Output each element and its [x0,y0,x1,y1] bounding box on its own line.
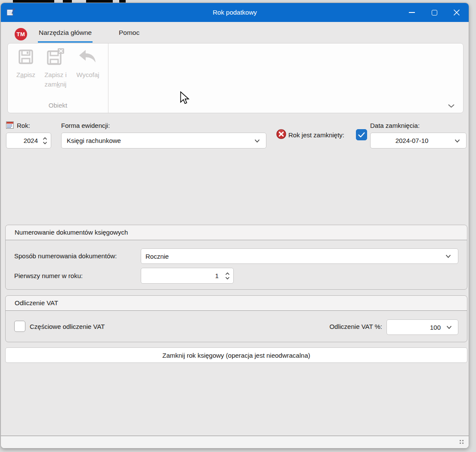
vat-section-title: Odliczenie VAT [6,296,467,311]
app-menu-badge[interactable]: TM [15,28,27,40]
titlebar: Rok podatkowy [1,3,469,22]
chevron-down-icon [448,103,455,108]
save-icon [17,47,34,67]
maximize-icon [432,10,437,15]
year-label: Rok: [17,121,30,130]
closing-date-value: 2024-07-10 [396,137,429,144]
tab-narzedzia-glowne[interactable]: Narzędzia główne [38,25,93,43]
maximize-button[interactable] [423,3,445,22]
chevron-down-icon [254,139,260,143]
vat-percent-value: 100 [430,324,441,331]
undo-button-label: Wycofaj [76,70,99,80]
undo-button[interactable]: Wycofaj [71,47,104,80]
spin-down-icon [43,141,47,145]
save-and-close-icon [46,47,65,67]
save-button[interactable]: Zapisz [12,47,40,80]
window-controls [401,3,468,22]
partial-vat-checkbox[interactable] [14,321,25,332]
spin-up-icon [225,272,230,276]
vat-section: Odliczenie VAT [5,295,467,342]
ribbon-panel: Zapisz Zapisz i zamknij [7,43,464,113]
year-spinner[interactable]: 2024 [6,133,51,149]
closing-date-dropdown[interactable]: 2024-07-10 [370,133,467,149]
ledger-type-label: Forma ewidencji: [61,121,110,130]
ledger-type-value: Księgi rachunkowe [67,137,121,144]
year-spinner-buttons[interactable] [41,136,48,146]
first-number-spinner-buttons[interactable] [224,271,231,281]
error-icon [276,129,286,139]
chevron-down-icon [445,254,451,258]
ribbon-group-label: Obiekt [8,102,108,109]
year-closed-label: Rok jest zamknięty: [288,130,344,140]
close-button[interactable] [445,3,468,22]
closing-date-label: Data zamknięcia: [370,121,420,130]
vat-percent-label: Odliczenie VAT %: [319,322,382,331]
partial-vat-label: Częściowe odliczenie VAT [30,322,105,331]
first-number-value: 1 [215,272,219,279]
chevron-down-icon [454,139,460,143]
tab-pomoc[interactable]: Pomoc [118,25,140,43]
statusbar [1,436,469,448]
numbering-mode-dropdown[interactable]: Rocznie [141,248,458,264]
ribbon-group-obiekt: Zapisz Zapisz i zamknij [8,43,108,113]
spin-up-icon [43,137,47,140]
close-icon [453,9,460,16]
chevron-down-icon [446,325,452,329]
first-number-spinner[interactable]: 1 [141,268,234,284]
ribbon-collapse-button[interactable] [448,102,455,108]
ribbon-tab-row: TM Narzędzia główne Pomoc [1,22,469,43]
vat-percent-dropdown[interactable]: 100 [386,319,458,335]
undo-icon [78,47,98,67]
resize-grip-icon[interactable] [460,440,461,441]
numbering-mode-label: Sposób numerowania dokumentów: [14,251,117,261]
numbering-section-title: Numerowanie dokumentów księgowych [6,225,467,240]
numbering-mode-value: Rocznie [145,253,169,260]
checkmark-icon [358,132,365,138]
spin-down-icon [225,276,230,280]
save-button-label: Zapisz [16,70,35,80]
app-window: Rok podatkowy TM Narzędzia główne Pomoc [0,3,469,449]
minimize-button[interactable] [401,3,423,22]
save-and-close-button[interactable]: Zapisz i zamknij [40,47,71,89]
calendar-icon [6,121,14,129]
ledger-type-dropdown[interactable]: Księgi rachunkowe [61,133,266,149]
year-closed-checkbox[interactable] [356,129,367,140]
screen: { "window": { "title": "Rok podatkowy" }… [0,0,476,452]
first-number-label: Pierwszy numer w roku: [14,271,83,281]
save-and-close-button-label: Zapisz i zamknij [44,70,67,89]
close-year-button[interactable]: Zamknij rok księgowy (operacja jest nieo… [5,347,467,363]
year-value: 2024 [24,137,38,144]
minimize-icon [409,12,415,13]
window-title: Rok podatkowy [1,3,469,22]
